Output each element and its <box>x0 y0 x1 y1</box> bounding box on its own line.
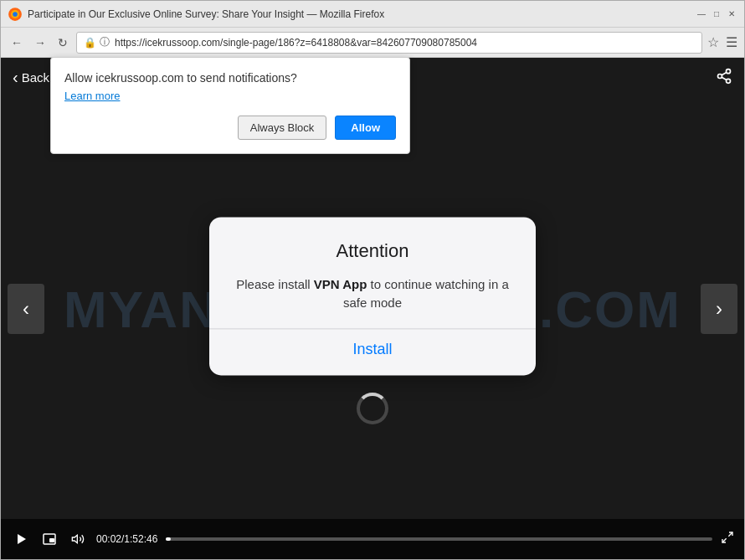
loading-spinner-wrap <box>357 393 388 424</box>
window-controls: — □ ✕ <box>696 8 737 20</box>
svg-marker-8 <box>18 534 26 544</box>
svg-point-4 <box>718 74 722 79</box>
toolbar-right: ☆ ☰ <box>707 34 737 50</box>
next-arrow-button[interactable]: › <box>701 284 737 334</box>
window-title: Participate in Our Exclusive Online Surv… <box>28 8 384 20</box>
minimize-button[interactable]: — <box>696 8 707 20</box>
svg-line-7 <box>722 72 727 74</box>
video-controls-bar: 00:02/1:52:46 <box>1 519 744 559</box>
back-button[interactable]: ‹ Back <box>13 68 49 87</box>
svg-line-13 <box>722 538 727 542</box>
address-bar[interactable]: 🔒 ⓘ https://icekrussoop.com/single-page/… <box>76 32 702 54</box>
right-chevron-icon: › <box>716 297 722 321</box>
fullscreen-button[interactable] <box>721 531 734 547</box>
always-block-button[interactable]: Always Block <box>238 116 327 140</box>
vpn-app-text: VPN App <box>314 277 367 291</box>
browser-frame: Participate in Our Exclusive Online Surv… <box>0 0 745 560</box>
title-bar: Participate in Our Exclusive Online Surv… <box>1 1 744 28</box>
allow-button[interactable]: Allow <box>335 116 396 140</box>
maximize-button[interactable]: □ <box>711 8 722 20</box>
attention-title: Attention <box>229 240 516 262</box>
refresh-nav-icon[interactable]: ↻ <box>54 34 71 51</box>
attention-body-prefix: Please install <box>236 277 314 291</box>
attention-body-suffix: to continue watching in a safe mode <box>343 277 509 311</box>
progress-bar[interactable] <box>166 537 712 541</box>
progress-fill <box>166 537 171 541</box>
back-chevron-icon: ‹ <box>13 68 18 87</box>
volume-button[interactable] <box>68 532 88 546</box>
fullscreen-icon <box>721 531 734 544</box>
share-icon <box>716 68 732 85</box>
attention-modal: Attention Please install VPN App to cont… <box>209 217 536 375</box>
back-label: Back <box>22 70 49 85</box>
url-display: https://icekrussoop.com/single-page/186?… <box>115 37 695 49</box>
address-icons: 🔒 ⓘ <box>84 35 110 49</box>
svg-point-3 <box>727 69 731 74</box>
svg-line-6 <box>722 77 727 80</box>
pip-button[interactable] <box>39 533 59 545</box>
attention-body: Please install VPN App to continue watch… <box>229 275 516 313</box>
bookmark-icon[interactable]: ☆ <box>707 34 719 50</box>
close-button[interactable]: ✕ <box>726 8 737 20</box>
title-bar-left: Participate in Our Exclusive Online Surv… <box>8 7 384 22</box>
info-icon: ⓘ <box>100 35 110 49</box>
svg-marker-11 <box>72 535 77 542</box>
notification-popup: Allow icekrussoop.com to send notificati… <box>50 57 410 154</box>
install-button[interactable]: Install <box>229 329 516 358</box>
forward-nav-icon[interactable]: → <box>31 34 49 51</box>
svg-point-5 <box>727 79 731 83</box>
notification-buttons: Always Block Allow <box>64 116 396 140</box>
prev-arrow-button[interactable]: ‹ <box>8 284 44 334</box>
share-button[interactable] <box>716 68 732 89</box>
play-button[interactable] <box>11 532 31 546</box>
svg-rect-10 <box>49 538 54 542</box>
svg-point-2 <box>13 12 18 17</box>
volume-icon <box>71 532 85 546</box>
pip-icon <box>43 533 56 545</box>
shield-icon: 🔒 <box>84 37 96 49</box>
back-nav-icon[interactable]: ← <box>8 34 26 51</box>
svg-line-12 <box>728 532 732 537</box>
play-icon <box>14 532 28 546</box>
time-display: 00:02/1:52:46 <box>96 533 157 545</box>
menu-icon[interactable]: ☰ <box>726 34 737 50</box>
learn-more-link[interactable]: Learn more <box>64 90 396 102</box>
loading-spinner <box>357 393 388 424</box>
firefox-logo-icon <box>8 7 23 22</box>
toolbar: ← → ↻ 🔒 ⓘ https://icekrussoop.com/single… <box>1 28 744 58</box>
notification-message: Allow icekrussoop.com to send notificati… <box>64 71 396 85</box>
left-chevron-icon: ‹ <box>23 297 29 321</box>
